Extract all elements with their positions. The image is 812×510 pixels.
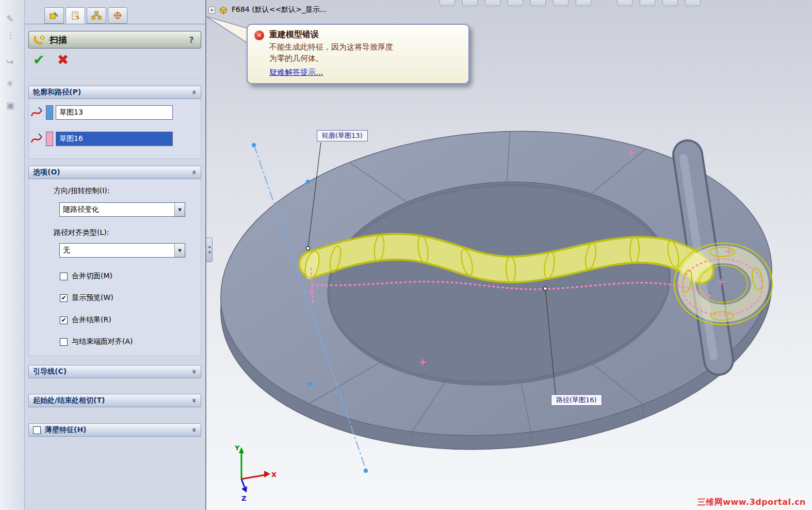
toolbar-icon[interactable] — [485, 0, 500, 6]
orientation-twist-combo[interactable]: 随路径变化 ▼ — [59, 202, 185, 217]
orientation-label: 方向/扭转控制(I): — [54, 186, 110, 196]
cancel-button[interactable]: ✖ — [57, 53, 69, 67]
path-sketch-input[interactable] — [56, 132, 173, 146]
profile-color-swatch — [46, 105, 53, 120]
rebuild-error-balloon: ✕ 重建模型错误 不能生成此特征，因为这将导致厚度 为零的几何体。 疑难解答提示… — [247, 24, 469, 84]
section-label: 引导线(C) — [33, 367, 188, 376]
tree-expand-icon[interactable]: + — [208, 7, 215, 13]
section-label: 轮廓和路径(P) — [33, 88, 188, 97]
profile-callout[interactable]: 轮廓(草图13) — [317, 130, 368, 141]
watermark: 三维网www.3dportal.cn — [697, 497, 806, 508]
feature-title: 扫描 — [50, 34, 182, 46]
toolbar-icon[interactable] — [440, 0, 455, 6]
section-start-end-tangency[interactable]: 起始处/结束处相切(T) » — [28, 394, 201, 407]
profile-sketch-input[interactable] — [56, 105, 173, 120]
path-alignment-combo[interactable]: 无 ▼ — [59, 243, 185, 258]
troubleshoot-link[interactable]: 疑难解答提示... — [269, 68, 323, 77]
tab-featuremanager[interactable] — [44, 7, 64, 24]
ok-button[interactable]: ✔ — [33, 53, 45, 67]
flyout-tree-item[interactable]: + F684 (默认<<默认>_显示... — [208, 5, 327, 14]
path-color-swatch — [46, 132, 53, 146]
toolbar-icon[interactable] — [508, 0, 523, 6]
tab-propertymanager[interactable] — [66, 7, 85, 24]
profile-pick-row — [30, 105, 173, 120]
profile-attach-point[interactable] — [306, 247, 310, 250]
panel-tool-icon[interactable]: ▣ — [6, 100, 14, 110]
tabs-divider — [25, 24, 205, 24]
tab-configurationmanager[interactable] — [87, 7, 106, 24]
error-icon: ✕ — [254, 30, 264, 40]
toolbar-icon[interactable] — [462, 0, 478, 6]
toolbar-icon[interactable] — [530, 0, 546, 6]
crosshair-icon — [113, 11, 122, 20]
chevron-down-icon[interactable]: » — [190, 398, 198, 403]
combo-value: 无 — [60, 244, 174, 257]
toolbar-icon[interactable] — [640, 0, 655, 6]
chevron-up-icon[interactable]: « — [190, 90, 198, 94]
panel-splitter-handle[interactable]: ◂ ◂ — [206, 237, 213, 262]
solidworks-window: ✎ ⋮ ↪ ✳ ▣ — [0, 0, 812, 510]
show-preview-checkbox[interactable]: ✔ — [60, 294, 68, 302]
section-label: 选项(O) — [33, 168, 188, 177]
checkmark-icon: ✔ — [61, 295, 66, 301]
feature-title-bar: 扫描 ? — [28, 31, 201, 49]
triad-z-label: Z — [241, 495, 246, 502]
sketch-tool-icon[interactable]: ✎ — [6, 13, 13, 24]
part-icon — [218, 5, 229, 14]
toolbar-icon[interactable] — [685, 0, 701, 6]
side-toolbar: ✎ ⋮ ↪ ✳ ▣ — [0, 0, 25, 510]
align-end-faces-checkbox[interactable]: ✔ — [60, 338, 68, 346]
section-guide-curves[interactable]: 引导线(C) » — [28, 365, 201, 378]
align-end-faces-row: ✔ 与结束端面对齐(A) — [60, 337, 133, 347]
confirm-row: ✔ ✖ — [33, 53, 69, 67]
dropdown-arrow-icon[interactable]: ▼ — [174, 203, 185, 216]
checkbox-label: 显示预览(W) — [72, 293, 113, 302]
manager-tabs — [44, 7, 127, 24]
section-thin-feature[interactable]: ✔ 薄壁特征(H) » — [28, 423, 201, 437]
section-options[interactable]: 选项(O) « — [28, 166, 201, 179]
property-manager-panel: 扫描 ? ✔ ✖ 轮廓和路径(P) « — [25, 0, 206, 510]
error-text-line2: 为零的几何体。 — [269, 53, 461, 65]
ellipsis-tool-icon[interactable]: ⋮ — [6, 30, 15, 40]
asterisk-tool-icon[interactable]: ✳ — [6, 78, 13, 89]
section-label: 起始处/结束处相切(T) — [33, 396, 188, 405]
graphics-viewport[interactable]: Y X Z + — [206, 0, 812, 510]
merge-result-checkbox[interactable]: ✔ — [60, 316, 68, 324]
help-button[interactable]: ? — [186, 35, 197, 45]
checkbox-label: 合并切面(M) — [72, 272, 112, 281]
merge-result-row: ✔ 合并结果(R) — [60, 315, 111, 325]
merge-tangent-faces-row: ✔ 合并切面(M) — [60, 271, 112, 281]
combo-value: 随路径变化 — [60, 203, 174, 216]
toolbar-icon[interactable] — [617, 0, 632, 6]
toolbar-icon[interactable] — [576, 0, 591, 6]
top-toolbar-partial — [440, 0, 701, 6]
path-callout[interactable]: 路径(草图16) — [551, 394, 602, 406]
chevron-down-icon[interactable]: » — [190, 427, 198, 432]
sweep-feature-icon — [33, 34, 45, 45]
section-label: 薄壁特征(H) — [45, 425, 188, 435]
profile-sketch-icon — [30, 106, 43, 119]
checkbox-label: 与结束端面对齐(A) — [72, 337, 133, 346]
toolbar-icon[interactable] — [662, 0, 678, 6]
path-attach-point[interactable] — [544, 287, 547, 291]
arrow-tool-icon[interactable]: ↪ — [6, 57, 13, 67]
show-preview-row: ✔ 显示预览(W) — [60, 293, 113, 303]
triad-x-label: X — [271, 471, 277, 479]
path-sketch-icon — [30, 132, 43, 146]
path-pick-row — [30, 132, 173, 146]
dropdown-arrow-icon[interactable]: ▼ — [174, 244, 185, 257]
merge-tangent-faces-checkbox[interactable]: ✔ — [60, 273, 68, 280]
path-alignment-label: 路径对齐类型(L): — [54, 228, 109, 237]
feature-tree-icon — [49, 11, 59, 20]
tab-dimxpert[interactable] — [108, 7, 127, 24]
triad-y-label: Y — [234, 444, 240, 452]
chevron-down-icon[interactable]: » — [190, 369, 198, 374]
toolbar-icon[interactable] — [553, 0, 569, 6]
checkbox-label: 合并结果(R) — [72, 315, 111, 325]
collapse-left-icon: ◂ — [208, 250, 210, 255]
property-page-icon — [71, 11, 80, 20]
section-profile-path[interactable]: 轮廓和路径(P) « — [28, 86, 201, 99]
thin-feature-checkbox[interactable]: ✔ — [33, 426, 41, 434]
configuration-tree-icon — [91, 11, 102, 20]
chevron-up-icon[interactable]: « — [190, 170, 198, 174]
